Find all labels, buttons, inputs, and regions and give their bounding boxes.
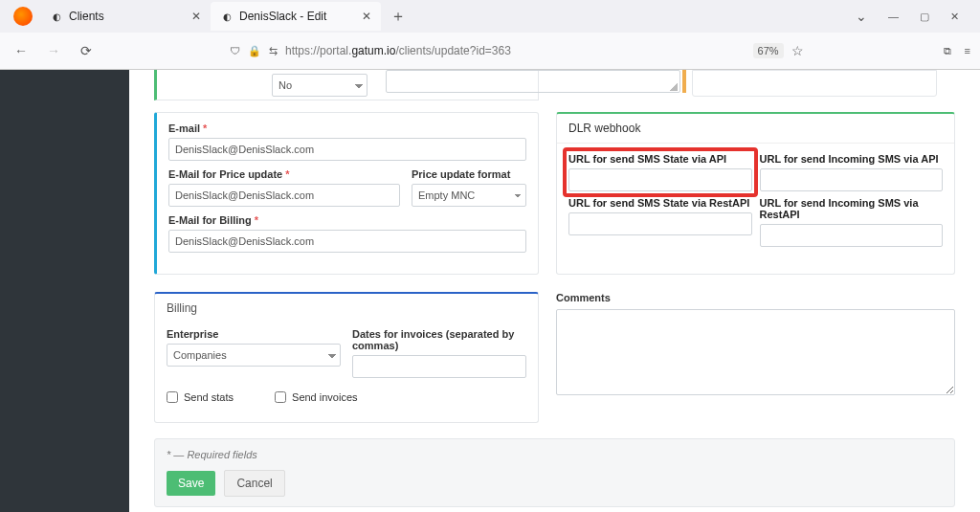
url-incoming-sms-api-field[interactable] <box>760 168 944 191</box>
forward-button[interactable]: → <box>42 39 65 62</box>
billing-title: Billing <box>155 294 538 323</box>
price-format-label: Price update format <box>412 168 526 180</box>
url-incoming-sms-restapi-field[interactable] <box>760 224 944 247</box>
new-tab-button[interactable]: ＋ <box>381 7 415 27</box>
dlr-title: DLR webhook <box>557 114 954 144</box>
window-controls: ⌄ ― ▢ ✕ <box>856 9 974 24</box>
close-icon[interactable]: ✕ <box>191 10 201 23</box>
dlr-f1-label: URL for send SMS State via API <box>568 153 752 165</box>
price-email-field[interactable] <box>168 184 400 207</box>
comments-block: Comments <box>556 292 955 423</box>
back-button[interactable]: ← <box>10 39 33 62</box>
resize-handle-icon[interactable] <box>670 83 678 91</box>
page: No E-mail * E-Mail for Price update * <box>0 70 980 512</box>
email-card: E-mail * E-Mail for Price update * Price… <box>154 112 539 275</box>
firefox-icon <box>13 7 33 26</box>
billing-card: Billing Enterprise Companies Dates for i… <box>154 292 539 423</box>
enterprise-label: Enterprise <box>167 328 341 340</box>
tab-label: Clients <box>69 10 104 23</box>
url-bar[interactable]: 🛡 🔒 ⇆ https://portal.gatum.io/clients/up… <box>222 37 812 64</box>
favicon-icon: ◐ <box>220 10 234 23</box>
send-invoices-checkbox[interactable]: Send invoices <box>275 391 358 403</box>
close-icon[interactable]: ✕ <box>362 10 371 23</box>
comments-label: Comments <box>556 292 955 303</box>
billing-email-field[interactable] <box>168 230 526 253</box>
enterprise-select[interactable]: Companies <box>167 344 341 367</box>
tab-label: DenisSlack - Edit <box>239 10 326 23</box>
billing-email-label: E-Mail for Billing * <box>168 214 526 226</box>
save-button[interactable]: Save <box>167 471 215 496</box>
comments-textarea[interactable] <box>556 309 955 395</box>
required-note: * — Required fields <box>167 449 943 460</box>
email-label: E-mail * <box>168 122 526 134</box>
left-sidebar <box>0 70 129 512</box>
permissions-icon: ⇆ <box>269 45 278 57</box>
cancel-button[interactable]: Cancel <box>224 470 284 497</box>
address-bar: ← → ⟳ 🛡 🔒 ⇆ https://portal.gatum.io/clie… <box>0 33 980 69</box>
close-window-icon[interactable]: ✕ <box>950 11 959 23</box>
price-format-select[interactable]: Empty MNC <box>412 184 526 207</box>
dlr-f2-label: URL for send Incoming SMS via API <box>760 153 944 165</box>
maximize-icon[interactable]: ▢ <box>920 11 929 23</box>
invoice-dates-field[interactable] <box>352 355 526 378</box>
chevron-down-icon[interactable]: ⌄ <box>856 9 867 24</box>
content-area: No E-mail * E-Mail for Price update * <box>129 70 980 512</box>
email-field[interactable] <box>168 138 526 161</box>
lock-icon: 🔒 <box>248 45 261 57</box>
minimize-icon[interactable]: ― <box>888 11 899 22</box>
accent-bar <box>682 70 686 93</box>
menu-icon[interactable]: ≡ <box>965 45 970 56</box>
tab-clients[interactable]: ◐ Clients ✕ <box>40 2 211 31</box>
highlighted-field: URL for send SMS State via API <box>565 149 756 195</box>
send-stats-checkbox[interactable]: Send stats <box>167 391 234 403</box>
no-select[interactable]: No <box>272 74 368 97</box>
pocket-icon[interactable]: ⧉ <box>944 45 951 57</box>
price-email-label: E-Mail for Price update * <box>168 168 400 180</box>
url-sms-state-api-field[interactable] <box>568 168 752 191</box>
favicon-icon: ◐ <box>50 10 63 23</box>
footer-actions: * — Required fields Save Cancel <box>154 438 955 507</box>
browser-chrome: ◐ Clients ✕ ◐ DenisSlack - Edit ✕ ＋ ⌄ ― … <box>0 0 980 70</box>
reload-button[interactable]: ⟳ <box>75 39 98 62</box>
shield-icon: 🛡 <box>230 45 240 56</box>
invoice-dates-label: Dates for invoices (separated by commas) <box>352 328 526 351</box>
url-text: https://portal.gatum.io/clients/update?i… <box>285 44 746 57</box>
zoom-badge[interactable]: 67% <box>753 43 784 58</box>
dlr-webhook-card: DLR webhook URL for send SMS State via A… <box>556 112 955 275</box>
url-sms-state-restapi-field[interactable] <box>568 212 752 235</box>
tab-bar: ◐ Clients ✕ ◐ DenisSlack - Edit ✕ ＋ ⌄ ― … <box>0 0 980 33</box>
bookmark-icon[interactable]: ☆ <box>791 43 804 58</box>
dlr-f4-label: URL for send Incoming SMS via RestAPI <box>760 197 944 220</box>
right-fragment-box <box>692 70 937 97</box>
tab-edit[interactable]: ◐ DenisSlack - Edit ✕ <box>211 2 381 31</box>
dlr-f3-label: URL for send SMS State via RestAPI <box>568 197 752 209</box>
